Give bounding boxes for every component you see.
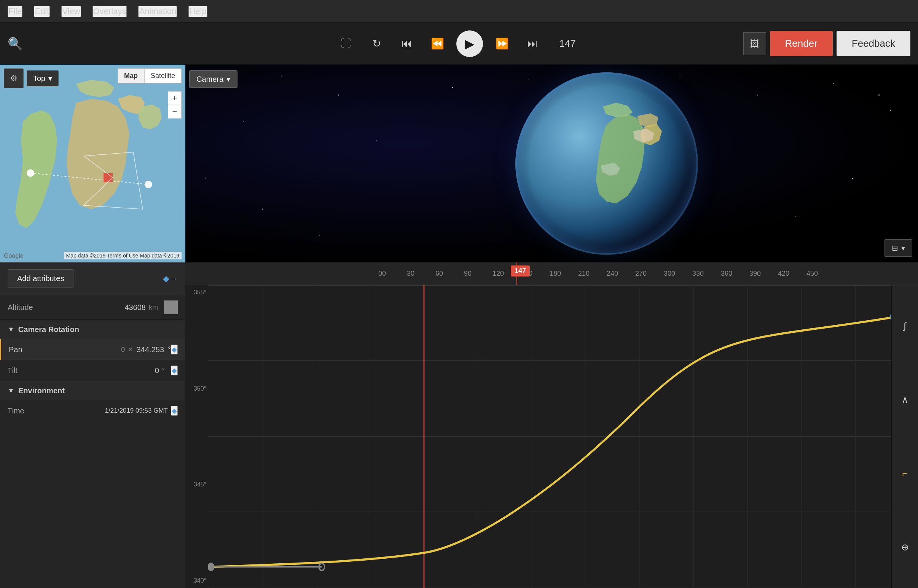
y-label-350: 350° xyxy=(187,385,206,392)
tick-90: 90 xyxy=(464,270,471,278)
earth-view[interactable]: Camera ▾ ⊟ ▾ xyxy=(185,65,918,262)
corner-tool-button[interactable]: ⌐ xyxy=(895,464,915,483)
tick-330: 330 xyxy=(692,270,704,278)
map-zoom-controls: + − xyxy=(168,91,181,119)
svg-point-23 xyxy=(376,141,377,142)
tick-00: 00 xyxy=(378,270,386,278)
tick-390: 390 xyxy=(750,270,761,278)
environment-section: ▼ Environment xyxy=(0,381,185,401)
svg-point-19 xyxy=(795,216,796,217)
curve-tool-button[interactable]: ∫ xyxy=(895,317,915,336)
altitude-color-btn[interactable] xyxy=(164,300,178,314)
tick-60: 60 xyxy=(436,270,443,278)
undo-button[interactable]: ↻ xyxy=(365,32,388,55)
svg-point-14 xyxy=(757,95,758,96)
svg-point-9 xyxy=(243,121,244,122)
time-row: Time 1/21/2019 09:53 GMT ◆ xyxy=(0,401,185,422)
y-label-345: 345° xyxy=(187,481,206,488)
y-label-340: 340° xyxy=(187,577,206,584)
timeline-playhead[interactable]: 147 xyxy=(511,265,530,276)
altitude-row: Altitude 43608 km xyxy=(0,295,185,320)
svg-point-11 xyxy=(529,79,529,80)
menu-edit[interactable]: Edit xyxy=(34,6,50,17)
svg-point-18 xyxy=(262,209,263,210)
keyframe-button[interactable]: ◆→ xyxy=(163,274,178,284)
graph-canvas[interactable] xyxy=(208,285,918,588)
map-view-dropdown[interactable]: Top ▾ xyxy=(27,70,58,86)
add-attributes-button[interactable]: Add attributes xyxy=(8,269,73,288)
left-panel: ⚙ Top ▾ Map Satellite + − Google Map dat… xyxy=(0,65,185,588)
svg-point-4 xyxy=(145,181,152,188)
svg-point-15 xyxy=(833,83,834,84)
skip-end-button[interactable]: ⏭ xyxy=(521,32,544,55)
tick-450: 450 xyxy=(806,270,818,278)
graph-area: 355° 350° 345° 340° xyxy=(185,285,918,588)
tick-270: 270 xyxy=(635,270,647,278)
map-type-satellite[interactable]: Satellite xyxy=(144,68,181,83)
pan-keyframe-button[interactable]: ◆ xyxy=(171,344,178,354)
svg-point-10 xyxy=(452,87,453,88)
tick-120: 120 xyxy=(492,270,504,278)
pan-row: Pan 0 × 344.253 ° ◆ xyxy=(0,339,185,360)
svg-point-22 xyxy=(878,94,880,96)
fullscreen-button[interactable]: ⛶ xyxy=(335,32,357,55)
map-attribution: Map data ©2019 Terms of Use Map data ©20… xyxy=(64,252,181,259)
feedback-button[interactable]: Feedback xyxy=(837,31,910,56)
zoom-in-button[interactable]: + xyxy=(168,91,181,105)
svg-point-3 xyxy=(27,169,34,177)
tick-210: 210 xyxy=(578,270,589,278)
screenshot-button[interactable]: 🖼 xyxy=(743,32,766,55)
right-panel: Camera ▾ ⊟ ▾ 00 30 60 90 120 xyxy=(185,65,918,588)
menu-animation[interactable]: Animation xyxy=(138,6,177,17)
timeline-ticks[interactable]: 00 30 60 90 120 150 180 210 240 270 300 … xyxy=(371,262,918,285)
play-button[interactable]: ▶ xyxy=(457,31,483,57)
attributes-panel: Add attributes ◆→ Altitude 43608 km ▼ Ca… xyxy=(0,262,185,588)
tick-360: 360 xyxy=(721,270,732,278)
svg-point-26 xyxy=(516,73,697,254)
pan-values: 0 × 344.253 ° xyxy=(121,345,171,354)
svg-point-17 xyxy=(205,178,206,179)
menu-overlays[interactable]: Overlays xyxy=(92,6,127,17)
tick-300: 300 xyxy=(664,270,675,278)
main-content: ⚙ Top ▾ Map Satellite + − Google Map dat… xyxy=(0,65,918,588)
zoom-out-button[interactable]: − xyxy=(168,105,181,119)
tick-180: 180 xyxy=(550,270,561,278)
environment-toggle[interactable]: ▼ xyxy=(8,387,15,395)
camera-dropdown-button[interactable]: Camera ▾ xyxy=(189,70,238,88)
tick-420: 420 xyxy=(778,270,789,278)
svg-point-16 xyxy=(890,110,891,111)
tilt-row: Tilt 0 ° ◆ xyxy=(0,360,185,381)
render-button[interactable]: Render xyxy=(770,31,833,56)
time-keyframe-button[interactable]: ◆ xyxy=(171,406,178,416)
timeline-ruler: 00 30 60 90 120 150 180 210 240 270 300 … xyxy=(185,262,918,285)
svg-point-13 xyxy=(681,76,682,76)
search-button[interactable]: 🔍 xyxy=(8,37,23,51)
earth-sphere xyxy=(515,72,698,255)
map-settings-button[interactable]: ⚙ xyxy=(4,68,24,88)
menu-file[interactable]: File xyxy=(8,6,23,17)
skip-start-button[interactable]: ⏮ xyxy=(395,32,418,55)
tick-240: 240 xyxy=(607,270,618,278)
svg-point-20 xyxy=(852,178,853,179)
timeline-area: 00 30 60 90 120 150 180 210 240 270 300 … xyxy=(185,262,918,588)
attributes-header: Add attributes ◆→ xyxy=(0,262,185,295)
peak-tool-button[interactable]: ∧ xyxy=(895,390,915,409)
svg-point-47 xyxy=(208,562,214,571)
camera-rotation-section: ▼ Camera Rotation xyxy=(0,320,185,339)
view-toggle-button[interactable]: ⊟ ▾ xyxy=(884,239,912,257)
map-container[interactable]: ⚙ Top ▾ Map Satellite + − Google Map dat… xyxy=(0,65,185,262)
camera-rotation-toggle[interactable]: ▼ xyxy=(8,326,15,334)
frame-counter: 147 xyxy=(552,38,583,49)
step-back-button[interactable]: ⏪ xyxy=(426,32,449,55)
map-toolbar: ⚙ Top ▾ xyxy=(4,68,58,88)
menu-view[interactable]: View xyxy=(61,6,81,17)
menu-help[interactable]: Help xyxy=(188,6,207,17)
step-forward-button[interactable]: ⏩ xyxy=(491,32,513,55)
menubar: File Edit View Overlays Animation Help xyxy=(0,0,918,23)
tick-30: 30 xyxy=(407,270,414,278)
toolbar: 🔍 ⛶ ↻ ⏮ ⏪ ▶ ⏩ ⏭ 147 🖼 Render Feedback xyxy=(0,23,918,65)
graph-y-axis: 355° 350° 345° 340° xyxy=(185,285,208,588)
tilt-keyframe-button[interactable]: ◆ xyxy=(171,365,178,375)
map-type-map[interactable]: Map xyxy=(118,68,144,83)
zoom-tool-button[interactable]: ⊕ xyxy=(895,538,915,557)
